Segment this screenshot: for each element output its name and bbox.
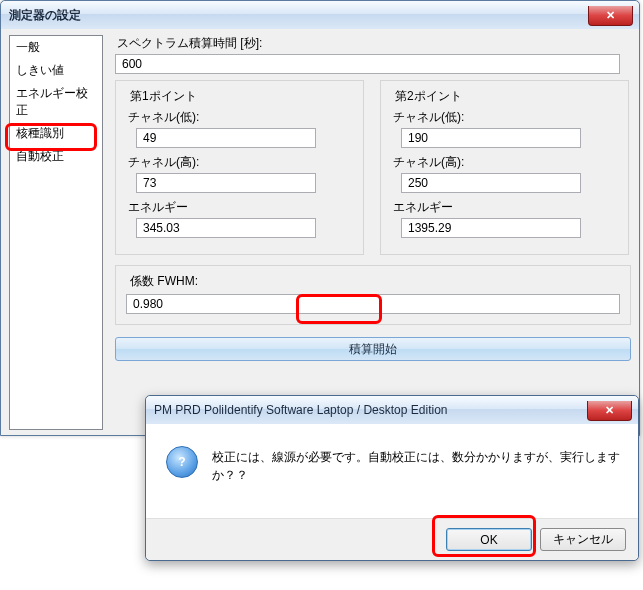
settings-window: 測定器の設定 ✕ 一般 しきい値 エネルギー校正 核種識別 自動校正 スペクトラ… <box>0 0 640 436</box>
confirmation-dialog: PM PRD PoliIdentify Software Laptop / De… <box>145 395 639 561</box>
cancel-button[interactable]: キャンセル <box>540 528 626 551</box>
close-icon: ✕ <box>606 10 615 21</box>
window-title: 測定器の設定 <box>9 7 81 24</box>
input-value: 73 <box>143 176 156 190</box>
sidebar-item-general[interactable]: 一般 <box>10 36 102 59</box>
point1-ch-high-input[interactable]: 73 <box>136 173 316 193</box>
point1-ch-low-label: チャネル(低): <box>126 109 353 126</box>
input-value: 0.980 <box>133 297 163 311</box>
spectrum-time-input[interactable]: 600 <box>115 54 620 74</box>
sidebar-item-threshold[interactable]: しきい値 <box>10 59 102 82</box>
sidebar-item-label: 核種識別 <box>16 126 64 140</box>
point1-energy-input[interactable]: 345.03 <box>136 218 316 238</box>
input-value: 600 <box>122 57 142 71</box>
sidebar-item-label: しきい値 <box>16 63 64 77</box>
point2-ch-low-input[interactable]: 190 <box>401 128 581 148</box>
point2-fieldset: 第2ポイント チャネル(低): 190 チャネル(高): 250 エネルギー 1… <box>380 80 629 255</box>
ok-button[interactable]: OK <box>446 528 532 551</box>
window-body: 一般 しきい値 エネルギー校正 核種識別 自動校正 スペクトラム積算時間 [秒]… <box>1 29 639 435</box>
sidebar-item-energy-calibration[interactable]: エネルギー校正 <box>10 82 102 122</box>
close-icon: ✕ <box>605 405 614 416</box>
point1-fieldset: 第1ポイント チャネル(低): 49 チャネル(高): 73 エネルギー 345… <box>115 80 364 255</box>
point1-energy-label: エネルギー <box>126 199 353 216</box>
input-value: 1395.29 <box>408 221 451 235</box>
input-value: 250 <box>408 176 428 190</box>
dialog-footer: OK キャンセル <box>146 518 638 560</box>
dialog-titlebar[interactable]: PM PRD PoliIdentify Software Laptop / De… <box>146 396 638 424</box>
sidebar-item-label: 一般 <box>16 40 40 54</box>
input-value: 190 <box>408 131 428 145</box>
point2-legend: 第2ポイント <box>391 88 466 105</box>
point1-legend: 第1ポイント <box>126 88 201 105</box>
dialog-title: PM PRD PoliIdentify Software Laptop / De… <box>154 403 447 417</box>
point2-energy-input[interactable]: 1395.29 <box>401 218 581 238</box>
sidebar-item-auto-calibration[interactable]: 自動校正 <box>10 145 102 168</box>
point2-ch-high-input[interactable]: 250 <box>401 173 581 193</box>
dialog-close-button[interactable]: ✕ <box>587 401 632 421</box>
content-panel: スペクトラム積算時間 [秒]: 600 第1ポイント チャネル(低): 49 チ… <box>115 35 629 430</box>
input-value: 345.03 <box>143 221 180 235</box>
start-accumulation-button[interactable]: 積算開始 <box>115 337 631 361</box>
coefficient-fieldset: 係数 FWHM: 0.980 <box>115 265 631 325</box>
titlebar[interactable]: 測定器の設定 ✕ <box>1 1 639 29</box>
sidebar-item-nuclide-id[interactable]: 核種識別 <box>10 122 102 145</box>
point1-ch-low-input[interactable]: 49 <box>136 128 316 148</box>
coefficient-input[interactable]: 0.980 <box>126 294 620 314</box>
dialog-message: 校正には、線源が必要です。自動校正には、数分かかりますが、実行しますか？？ <box>212 446 622 484</box>
point2-ch-low-label: チャネル(低): <box>391 109 618 126</box>
point2-ch-high-label: チャネル(高): <box>391 154 618 171</box>
coefficient-label: 係数 FWHM: <box>126 273 202 290</box>
input-value: 49 <box>143 131 156 145</box>
sidebar-item-label: エネルギー校正 <box>16 86 88 117</box>
sidebar-item-label: 自動校正 <box>16 149 64 163</box>
close-button[interactable]: ✕ <box>588 6 633 26</box>
question-icon: ? <box>166 446 198 478</box>
button-label: キャンセル <box>553 531 613 548</box>
sidebar: 一般 しきい値 エネルギー校正 核種識別 自動校正 <box>9 35 103 430</box>
spectrum-time-label: スペクトラム積算時間 [秒]: <box>115 35 629 52</box>
point1-ch-high-label: チャネル(高): <box>126 154 353 171</box>
button-label: OK <box>480 533 497 547</box>
button-label: 積算開始 <box>349 341 397 358</box>
point2-energy-label: エネルギー <box>391 199 618 216</box>
